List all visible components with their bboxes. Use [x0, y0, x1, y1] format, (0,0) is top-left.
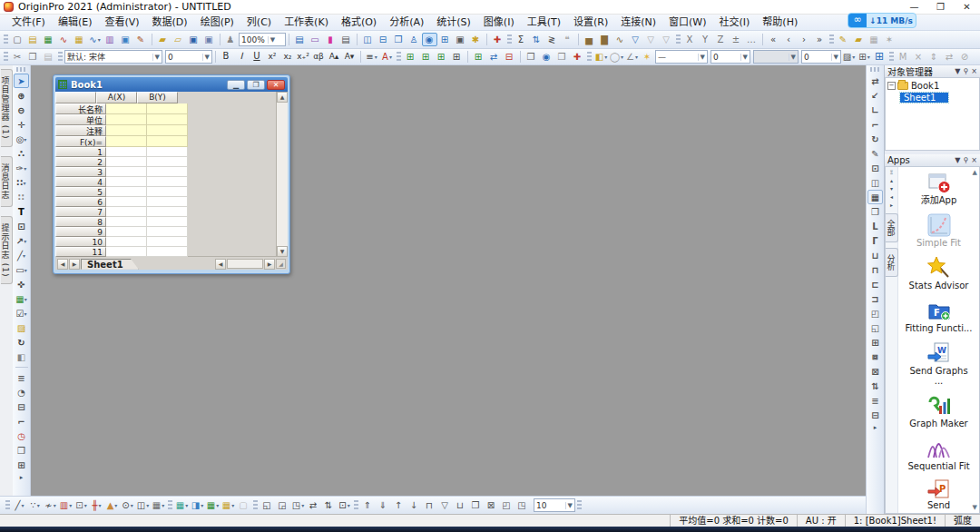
object-edit-icon[interactable]: ⊡ [14, 219, 29, 233]
menu-item[interactable]: 设置(R) [567, 15, 614, 30]
font-color-icon[interactable]: A▾ [379, 50, 395, 64]
move-column-left-icon[interactable]: ⊞ [418, 50, 434, 64]
add-top-axis-icon[interactable]: Γ [867, 233, 883, 248]
apps-list-scroll-up-icon[interactable]: ▲ [973, 169, 977, 176]
row-number[interactable]: 9 [55, 227, 106, 237]
apps-category-tab[interactable]: 分析 [886, 248, 898, 277]
menu-item[interactable]: 连接(N) [614, 15, 662, 30]
open-template-icon[interactable]: ▱ [171, 33, 186, 46]
row-number[interactable]: 6 [55, 197, 106, 207]
menu-item[interactable]: 编辑(E) [52, 15, 99, 30]
refresh-folder-icon[interactable]: ▰ [851, 33, 867, 46]
row-height-icon[interactable]: ⇕ [926, 50, 942, 64]
new-layer-icon[interactable]: ⊞ [867, 335, 883, 350]
new-project-icon[interactable]: ▢ [10, 33, 25, 46]
first-window-icon[interactable]: « [766, 33, 781, 46]
shape-tool-icon[interactable]: ▭▾ [14, 262, 29, 277]
remove-filter-icon[interactable]: ▽ [643, 33, 659, 46]
line-plot-icon[interactable]: ╱▾ [12, 498, 27, 512]
menu-item[interactable]: 工作表(K) [278, 15, 335, 30]
draw-data-icon[interactable]: ∷ [14, 190, 29, 204]
tree-node-book1[interactable]: − Book1 [887, 80, 979, 92]
apps-scroll-down-icon[interactable]: ▾ [890, 185, 893, 192]
highlight-color-icon[interactable]: ◯▾ [609, 50, 624, 64]
line-color-icon[interactable]: ∠▾ [624, 50, 640, 64]
tree-expand-icon[interactable]: − [887, 82, 896, 90]
app-item-send-graphs[interactable]: W Send Graphs ... [906, 341, 973, 386]
resize-grip[interactable]: ◢ [276, 259, 286, 269]
exchange-xy-icon[interactable]: ↙ [867, 88, 883, 103]
table-format-icon[interactable]: ⊞ [872, 50, 887, 64]
data-cell[interactable] [106, 217, 147, 227]
row-number[interactable]: 8 [55, 217, 106, 227]
header-cell[interactable] [106, 125, 147, 136]
merge-graphs-icon[interactable]: ⧈ [867, 350, 883, 364]
close-frame-icon[interactable]: ⊐ [867, 291, 883, 306]
app-item-graph-maker[interactable]: Graph Maker [906, 394, 973, 429]
row-number[interactable]: 2 [55, 157, 106, 167]
insert-object-icon[interactable]: ☑▾ [14, 306, 29, 320]
data-cell[interactable] [147, 237, 188, 247]
object-size-combo[interactable]: 10▼ [534, 498, 575, 512]
set-label-icon[interactable]: ± [729, 33, 744, 46]
font-family-combo[interactable]: 默认: 宋体▼ [64, 50, 162, 64]
tree-sheet-label[interactable]: Sheet1 [900, 93, 948, 103]
next-window-icon[interactable]: › [797, 33, 812, 46]
book1-close-button[interactable]: ✕ [267, 80, 285, 90]
sort-icon[interactable]: ⇅ [529, 33, 544, 46]
graph-template-icon[interactable]: ▇ [597, 33, 612, 46]
row-number[interactable]: 10 [55, 237, 106, 247]
sheet-tab-left-icon[interactable]: ◀ [57, 259, 68, 270]
resize-horizontal-icon[interactable]: ⇄ [306, 498, 321, 512]
graph-gallery-icon[interactable]: ▅ [582, 33, 597, 46]
toolbar-grip[interactable] [587, 52, 592, 63]
add-top-frame-icon[interactable]: ⊓ [867, 262, 883, 277]
line-symbol-plot-icon[interactable]: ≁▾ [43, 498, 58, 512]
net-speed-badge[interactable]: ∞ ↓11 MB/s [848, 13, 916, 28]
scroll-up-icon[interactable]: ▲ [277, 92, 288, 103]
row-label[interactable]: 长名称 [55, 103, 106, 114]
data-cell[interactable] [147, 177, 188, 187]
close-button[interactable]: ✕ [954, 0, 980, 14]
data-cell[interactable] [106, 227, 147, 237]
insert-graph-icon[interactable]: ▦▾ [14, 291, 29, 306]
move-rows-icon[interactable]: ⇄ [486, 50, 502, 64]
add-left-axis-icon[interactable]: L [867, 219, 883, 233]
grid-tool-icon[interactable]: ⊞ [14, 458, 29, 472]
header-cell[interactable] [106, 114, 147, 125]
menu-item[interactable]: 文件(F) [5, 15, 52, 30]
tree-node-sheet1[interactable]: Sheet1 [887, 92, 979, 103]
statistics-icon[interactable]: Σ [514, 33, 529, 46]
ungroup-objects-icon[interactable]: ⊠ [484, 498, 499, 512]
pointer-tool-icon[interactable]: ➤ [14, 74, 29, 88]
data-cell[interactable] [147, 197, 188, 207]
whole-page-icon[interactable]: ◳▾ [290, 498, 306, 512]
flash-fill-icon[interactable]: ✶ [640, 50, 655, 64]
bold-icon[interactable]: B [219, 50, 234, 64]
data-cell[interactable] [106, 177, 147, 187]
set-y-icon[interactable]: Y [698, 33, 713, 46]
3d-wireframe-icon[interactable]: ◨▾ [190, 498, 205, 512]
copy-icon[interactable]: ❐ [25, 50, 41, 64]
add-bottom-frame-icon[interactable]: ⊔ [867, 248, 883, 262]
scroll-left-icon[interactable]: ◀ [215, 259, 226, 270]
lock-icon[interactable]: ⊘ [957, 50, 973, 64]
data-cell[interactable] [147, 217, 188, 227]
heatmap-plot-icon[interactable]: ▦▾ [220, 498, 236, 512]
merge-cells-icon[interactable]: M [896, 50, 911, 64]
left-dock-tab[interactable]: 消息日志 [1, 156, 13, 207]
apps-list-scroll-down-icon[interactable]: ▼ [973, 504, 977, 511]
align-left-objects-icon[interactable]: ⊓ [422, 498, 437, 512]
pin-icon[interactable]: ⚲ [963, 67, 968, 75]
tree-book-label[interactable]: Book1 [911, 81, 939, 91]
new-graph-icon[interactable]: ∿ [56, 33, 72, 46]
menu-item[interactable]: 工具(T) [521, 15, 567, 30]
save-template-icon[interactable]: ▣ [201, 33, 217, 46]
data-cell[interactable] [106, 237, 147, 247]
mask-color-icon[interactable]: ▨ [14, 320, 29, 335]
video-icon[interactable]: ▮ [323, 33, 338, 46]
apps-gear-icon[interactable]: ✱ [468, 33, 484, 46]
axis-top-icon[interactable]: ⌐ [867, 117, 883, 132]
sort-worksheet-icon[interactable]: ≷ [544, 33, 560, 46]
zoom-combo[interactable]: 100%▼ [239, 33, 286, 46]
